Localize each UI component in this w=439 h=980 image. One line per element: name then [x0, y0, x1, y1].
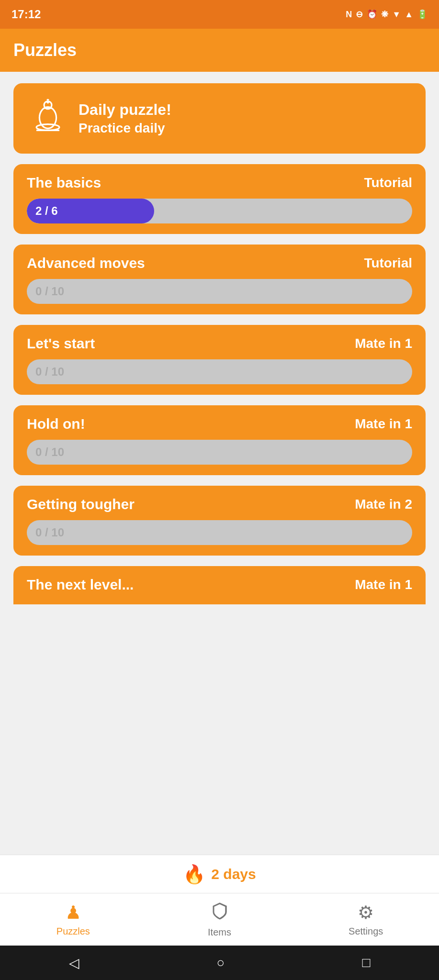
- category-header-tougher: Getting tougher Mate in 2: [27, 496, 412, 512]
- streak-bar: 🔥 2 days: [0, 855, 439, 893]
- category-header-holdon: Hold on! Mate in 1: [27, 416, 412, 432]
- category-title-letsstart: Let's start: [27, 335, 95, 352]
- category-header-advanced: Advanced moves Tutorial: [27, 255, 412, 271]
- chess-piece-icon: [29, 97, 67, 140]
- progress-bar-fill-holdon: [27, 440, 35, 465]
- category-header-letsstart: Let's start Mate in 1: [27, 335, 412, 352]
- status-icons: N ⊖ ⏰ ❋ ▼ ▲ 🔋: [346, 9, 428, 20]
- category-card-basics[interactable]: The basics Tutorial 2 / 6: [13, 164, 426, 234]
- daily-puzzle-card[interactable]: Daily puzzle! Practice daily: [13, 83, 426, 154]
- category-tag-holdon: Mate in 1: [355, 416, 412, 432]
- progress-bar-container-advanced: 0 / 10: [27, 279, 412, 304]
- nav-item-puzzles[interactable]: ♟ Puzzles: [0, 902, 146, 937]
- progress-bar-container-holdon: 0 / 10: [27, 440, 412, 465]
- progress-label-advanced: 0 / 10: [35, 285, 64, 298]
- daily-puzzle-subtitle: Practice daily: [79, 121, 171, 136]
- settings-nav-label: Settings: [349, 926, 383, 937]
- puzzles-nav-label: Puzzles: [56, 926, 90, 937]
- bottom-nav: ♟ Puzzles Items ⚙ Settings: [0, 893, 439, 946]
- nfc-icon: N: [346, 10, 352, 20]
- progress-bar-fill-tougher: [27, 520, 35, 545]
- battery-icon: 🔋: [417, 9, 428, 20]
- category-tag-advanced: Tutorial: [364, 256, 412, 271]
- partial-card[interactable]: The next level... Mate in 1: [13, 566, 426, 604]
- progress-bar-container-tougher: 0 / 10: [27, 520, 412, 545]
- category-title-advanced: Advanced moves: [27, 255, 145, 271]
- progress-label-holdon: 0 / 10: [35, 445, 64, 459]
- mute-icon: ⊖: [356, 9, 363, 20]
- app-bar: Puzzles: [0, 29, 439, 72]
- progress-label: 2 / 6: [35, 204, 58, 218]
- category-card-advanced[interactable]: Advanced moves Tutorial 0 / 10: [13, 245, 426, 314]
- alarm-icon: ⏰: [367, 9, 377, 20]
- recents-button[interactable]: □: [362, 955, 371, 970]
- partial-card-header: The next level... Mate in 1: [27, 577, 412, 593]
- progress-label-letsstart: 0 / 10: [35, 365, 64, 379]
- category-header: The basics Tutorial: [27, 175, 412, 191]
- signal-icon: ▲: [405, 10, 413, 20]
- bluetooth-icon: ❋: [381, 9, 388, 20]
- streak-flame-icon: 🔥: [183, 864, 205, 885]
- home-button[interactable]: ○: [217, 955, 225, 970]
- category-title-tougher: Getting tougher: [27, 496, 135, 512]
- status-time: 17:12: [11, 8, 41, 21]
- items-nav-label: Items: [208, 927, 231, 938]
- streak-days: 2 days: [211, 866, 256, 882]
- partial-card-title: The next level...: [27, 577, 134, 593]
- category-tag: Tutorial: [364, 175, 412, 190]
- category-card-holdon[interactable]: Hold on! Mate in 1 0 / 10: [13, 405, 426, 475]
- progress-bar-fill-advanced: [27, 279, 35, 304]
- main-content: Daily puzzle! Practice daily The basics …: [0, 72, 439, 855]
- category-title: The basics: [27, 175, 101, 191]
- progress-bar-container-letsstart: 0 / 10: [27, 359, 412, 384]
- app-bar-title: Puzzles: [13, 40, 77, 60]
- progress-label-tougher: 0 / 10: [35, 526, 64, 539]
- category-title-holdon: Hold on!: [27, 416, 85, 432]
- progress-bar-container: 2 / 6: [27, 199, 412, 223]
- svg-point-6: [36, 124, 59, 131]
- nav-item-items[interactable]: Items: [146, 902, 293, 938]
- status-bar: 17:12 N ⊖ ⏰ ❋ ▼ ▲ 🔋: [0, 0, 439, 29]
- puzzles-nav-icon: ♟: [65, 902, 81, 923]
- back-button[interactable]: ◁: [69, 955, 79, 971]
- category-card-tougher[interactable]: Getting tougher Mate in 2 0 / 10: [13, 486, 426, 556]
- system-nav: ◁ ○ □: [0, 946, 439, 980]
- category-tag-letsstart: Mate in 1: [355, 336, 412, 351]
- nav-item-settings[interactable]: ⚙ Settings: [293, 902, 439, 937]
- daily-puzzle-text: Daily puzzle! Practice daily: [79, 101, 171, 136]
- items-nav-icon: [211, 902, 229, 924]
- progress-bar-fill-letsstart: [27, 359, 35, 384]
- settings-nav-icon: ⚙: [358, 902, 374, 923]
- daily-puzzle-title: Daily puzzle!: [79, 101, 171, 119]
- category-card-letsstart[interactable]: Let's start Mate in 1 0 / 10: [13, 325, 426, 395]
- wifi-icon: ▼: [392, 10, 401, 20]
- partial-card-tag: Mate in 1: [355, 577, 412, 592]
- category-tag-tougher: Mate in 2: [355, 497, 412, 512]
